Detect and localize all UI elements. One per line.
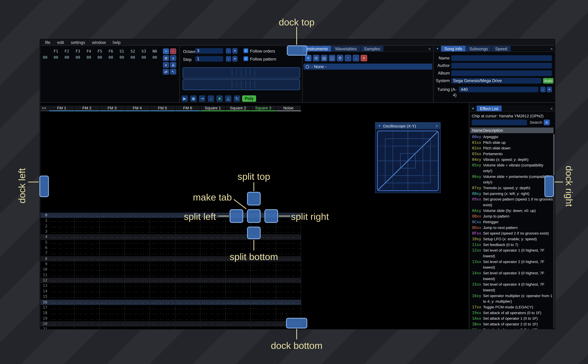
- channel-header-fm-4[interactable]: FM 4: [125, 106, 150, 111]
- pattern-cell[interactable]: ... .. .. ....: [150, 234, 175, 240]
- repeat-pattern-button[interactable]: ↻: [234, 95, 240, 102]
- pattern-cell[interactable]: ... .. .. ....: [74, 327, 99, 330]
- octave-increase-button[interactable]: +: [232, 48, 238, 54]
- pattern-cell[interactable]: ... .. .. ....: [150, 267, 175, 272]
- pattern-cell[interactable]: ... .. .. ....: [276, 240, 301, 245]
- follow-pattern-checkbox[interactable]: ✓: [244, 56, 248, 61]
- pattern-cell[interactable]: ... .. .. ....: [125, 283, 150, 289]
- pattern-cell[interactable]: ... .. .. ....: [175, 316, 200, 321]
- step-input[interactable]: 1: [195, 56, 223, 62]
- pattern-cell[interactable]: ... .. .. ....: [175, 267, 200, 272]
- pattern-cell[interactable]: ... .. .. ....: [276, 234, 301, 240]
- pattern-cell[interactable]: ... .. .. ....: [175, 278, 200, 283]
- pattern-cell[interactable]: ... .. .. ....: [49, 278, 74, 283]
- pattern-cell[interactable]: ... .. .. ....: [49, 316, 74, 321]
- menu-item-file[interactable]: file: [42, 39, 54, 45]
- pattern-cell[interactable]: ... .. .. ....: [200, 316, 225, 321]
- orders-cell[interactable]: 00: [149, 55, 160, 59]
- pattern-cell[interactable]: ... .. .. ....: [99, 305, 125, 310]
- split-top-target[interactable]: [247, 192, 261, 205]
- pattern-cell[interactable]: ... .. .. ....: [251, 289, 276, 294]
- pattern-cell[interactable]: ... .. .. ....: [99, 283, 125, 289]
- make-tab-target[interactable]: [247, 209, 261, 223]
- pattern-cell[interactable]: ... .. .. ....: [74, 272, 99, 278]
- close-icon[interactable]: ×: [548, 46, 555, 52]
- pattern-cell[interactable]: ... .. .. ....: [125, 305, 150, 310]
- pattern-cell[interactable]: ... .. .. ....: [175, 240, 200, 245]
- pattern-cell[interactable]: ... .. .. ....: [276, 299, 301, 305]
- pattern-cell[interactable]: ... .. .. ....: [276, 251, 301, 256]
- stop-button[interactable]: ◉: [190, 95, 197, 102]
- pattern-cell[interactable]: ... .. .. ....: [49, 294, 74, 299]
- pattern-cell[interactable]: ... .. .. ....: [251, 327, 276, 330]
- split-bottom-target[interactable]: [247, 227, 261, 239]
- pattern-cell[interactable]: ... .. .. ....: [276, 267, 301, 272]
- channel-header-square-1[interactable]: Square 1: [200, 106, 225, 111]
- duplicate-instrument-button[interactable]: ⊞: [313, 55, 319, 61]
- pattern-cell[interactable]: ... .. .. ....: [99, 327, 125, 330]
- pattern-cell[interactable]: ... .. .. ....: [49, 223, 74, 229]
- effect-row[interactable]: 1CxxSet attack of operator 3 (0 to 1F): [470, 327, 553, 329]
- pattern-expand-button[interactable]: ++: [40, 106, 49, 111]
- pattern-cell[interactable]: ... .. .. ....: [150, 272, 175, 278]
- pattern-cell[interactable]: ... .. .. ....: [200, 299, 225, 305]
- pattern-cell[interactable]: ... .. .. ....: [225, 283, 251, 289]
- pattern-cell[interactable]: ... .. .. ....: [74, 223, 99, 229]
- pattern-cell[interactable]: ... .. .. ....: [276, 256, 301, 261]
- pattern-cell[interactable]: ... .. .. ....: [125, 234, 150, 240]
- tab-samples[interactable]: Samples: [360, 46, 383, 52]
- oscilloscope-title-bar[interactable]: ▼ Oscilloscope (X-Y) ×: [376, 123, 440, 129]
- pattern-cell[interactable]: ... .. .. ....: [251, 299, 276, 305]
- close-icon[interactable]: ×: [548, 106, 555, 111]
- pattern-cell[interactable]: ... .. .. ....: [150, 316, 175, 321]
- collapse-triangle-icon[interactable]: ▼: [434, 46, 441, 52]
- pattern-cell[interactable]: ... .. .. ....: [200, 245, 225, 251]
- pattern-cell[interactable]: ... .. .. ....: [175, 289, 200, 294]
- pattern-cell[interactable]: ... .. .. ....: [49, 229, 74, 234]
- pattern-cell[interactable]: ... .. .. ....: [150, 240, 175, 245]
- pattern-cell[interactable]: ... .. .. ....: [225, 278, 251, 283]
- effect-search-input[interactable]: [472, 120, 527, 125]
- pattern-cell[interactable]: ... .. .. ....: [74, 234, 99, 240]
- album-input[interactable]: [451, 70, 552, 76]
- pattern-cell[interactable]: ... .. .. ....: [49, 234, 74, 240]
- pattern-cell[interactable]: ... .. .. ....: [150, 245, 175, 251]
- pattern-cell[interactable]: ... .. .. ....: [276, 283, 301, 289]
- pattern-cell[interactable]: ... .. .. ....: [74, 240, 99, 245]
- move-instrument-down-button[interactable]: ↓: [353, 55, 359, 61]
- pattern-cell[interactable]: ... .. .. ....: [49, 283, 74, 289]
- pattern-cell[interactable]: ... .. .. ....: [74, 261, 99, 267]
- orders-cell[interactable]: 00: [105, 55, 116, 59]
- pattern-cell[interactable]: ... .. .. ....: [150, 213, 175, 218]
- pattern-cell[interactable]: ... .. .. ....: [225, 245, 251, 251]
- pattern-cell[interactable]: ... .. .. ....: [276, 223, 301, 229]
- play-from-cursor-button[interactable]: ⇥: [199, 95, 205, 102]
- effect-row[interactable]: 1BxxSet attack of operator 2 (0 to 1F): [470, 321, 553, 327]
- pattern-cell[interactable]: ... .. .. ....: [74, 299, 99, 305]
- pattern-cell[interactable]: ... .. .. ....: [125, 223, 150, 229]
- pattern-cell[interactable]: ... .. .. ....: [150, 229, 175, 234]
- pattern-cell[interactable]: ... .. .. ....: [49, 251, 74, 256]
- collapse-triangle-icon[interactable]: ▼: [469, 106, 476, 111]
- hamburger-menu-icon[interactable]: ≡: [544, 120, 550, 125]
- channel-header-fm-5[interactable]: FM 5: [150, 106, 175, 111]
- pattern-cell[interactable]: ... .. .. ....: [99, 261, 125, 267]
- add-instrument-button[interactable]: +: [305, 55, 311, 61]
- pattern-cell[interactable]: ... .. .. ....: [150, 299, 175, 305]
- toggle-folders-button[interactable]: ⚙: [337, 55, 343, 61]
- pattern-cell[interactable]: ... .. .. ....: [150, 256, 175, 261]
- tuning-input[interactable]: 440: [459, 87, 538, 92]
- pattern-cell[interactable]: ... .. .. ....: [74, 229, 99, 234]
- tab-song-info[interactable]: Song Info: [441, 46, 466, 52]
- duplicate-order-button[interactable]: ⊞: [163, 55, 169, 61]
- effect-row[interactable]: 12xxSet level of operator 1 (0 highest, …: [470, 247, 553, 259]
- effect-row[interactable]: 13xxSet level of operator 2 (0 highest, …: [470, 259, 553, 270]
- pattern-cell[interactable]: ... .. .. ....: [74, 218, 99, 223]
- effect-row[interactable]: 10xySetup LFO (x: enable; y: speed): [470, 236, 553, 242]
- pattern-cell[interactable]: ... .. .. ....: [74, 283, 99, 289]
- pattern-cell[interactable]: ... .. .. ....: [225, 267, 251, 272]
- orders-cell[interactable]: 00: [83, 55, 94, 59]
- pattern-cell[interactable]: ... .. .. ....: [99, 316, 125, 321]
- tuning-increase-button[interactable]: +: [547, 87, 552, 92]
- pattern-cell[interactable]: ... .. .. ....: [225, 261, 251, 267]
